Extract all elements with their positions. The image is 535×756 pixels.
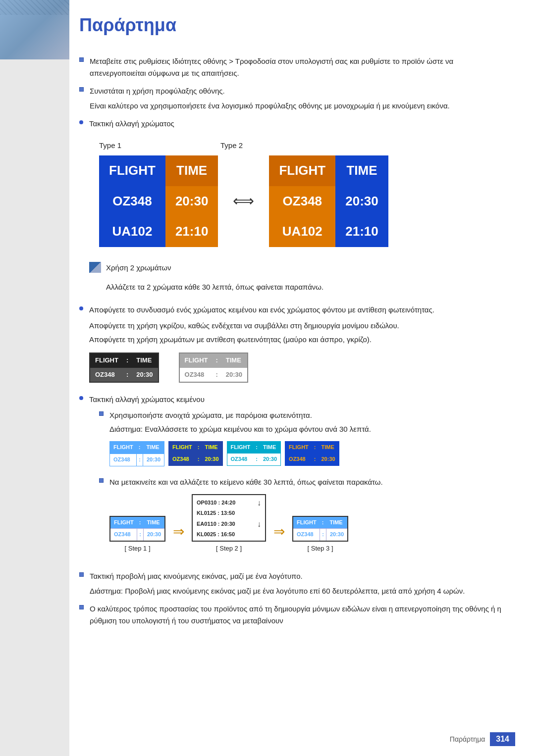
type-comparison-section: Type 1 Type 2 FLIGHT TIME OZ348 20:30 UA… [99, 140, 388, 247]
bullet-dot-5 [79, 396, 83, 400]
t2-time-header: TIME [335, 155, 388, 186]
bullet-text-1: Μεταβείτε στις ρυθμίσεις Ιδιότητες οθόνη… [90, 55, 505, 79]
t1-time-header: TIME [165, 155, 218, 186]
bullet-text-3: Τακτική αλλαγή χρώματος Type 1 Type 2 FL… [89, 118, 388, 298]
flight-board-type1: FLIGHT TIME OZ348 20:30 UA102 21:10 [99, 155, 218, 247]
t2-2110: 21:10 [335, 216, 388, 247]
step2-row3: EA0110 : 20:30 ↓ [197, 518, 261, 531]
down-arrow-3: ↓ [257, 518, 261, 531]
two-colors-icon [89, 262, 101, 273]
step-arrow-1: ⇒ [173, 521, 184, 543]
sidebar-accent [0, 0, 69, 59]
step2-board: OP0310 : 24:20 ↓ KL0125 : 13:50 EA0110 :… [192, 494, 266, 542]
variant-board-3: FLIGHT : TIME OZ348 : 20:30 [227, 441, 281, 465]
step2-row2: KL0125 : 13:50 [197, 509, 261, 518]
step2-row1: OP0310 : 24:20 ↓ [197, 497, 261, 509]
bullet-text-2: Συνιστάται η χρήση προφύλαξης οθόνης. Εί… [90, 85, 450, 112]
bullet-item-6: Τακτική προβολή μιας κινούμενης εικόνας,… [79, 570, 505, 597]
t2-oz348: OZ348 [269, 186, 335, 217]
bullet-item-5: Τακτική αλλαγή χρώματος κειμένου Χρησιμο… [79, 394, 505, 564]
step-1-block: FLIGHT : TIME OZ348 : 20:30 [ [109, 516, 165, 554]
t1-2030: 20:30 [165, 186, 218, 217]
step2-row4: KL0025 : 16:50 [197, 530, 261, 539]
variant-board-4: FLIGHT : TIME OZ348 : 20:30 [285, 441, 339, 465]
t2-ua102: UA102 [269, 216, 335, 247]
footer-label: Παράρτημα [450, 735, 485, 743]
step3-board: FLIGHT : TIME OZ348 : 20:30 [292, 516, 348, 542]
flight-board-light: FLIGHT : TIME OZ348 : 20:30 [179, 353, 249, 383]
two-colors-text: Χρήση 2 χρωμάτων [106, 262, 171, 274]
bullet-square-1 [79, 57, 84, 62]
bullet-dot-3 [79, 120, 83, 124]
footer: Παράρτημα 314 [450, 732, 515, 746]
step-2-block: OP0310 : 24:20 ↓ KL0125 : 13:50 EA0110 :… [192, 494, 266, 554]
sub-bullet-5b: Να μετακινείτε και να αλλάζετε το κείμεν… [99, 476, 383, 561]
bullet-item-3: Τακτική αλλαγή χρώματος Type 1 Type 2 FL… [79, 118, 505, 298]
small-boards-section: FLIGHT : TIME OZ348 : 20:30 FLIGHT : [89, 353, 434, 383]
t2-flight-header: FLIGHT [269, 155, 335, 186]
bullet-text-7: Ο καλύτερος τρόπος προστασίας του προϊόν… [90, 603, 505, 627]
bullet-text-6: Τακτική προβολή μιας κινούμενης εικόνας,… [90, 570, 465, 597]
t1-2110: 21:10 [165, 216, 218, 247]
bullet-dot-4 [79, 306, 83, 310]
t1-flight-header: FLIGHT [99, 155, 165, 186]
bullet-item-1: Μεταβείτε στις ρυθμίσεις Ιδιότητες οθόνη… [79, 55, 505, 79]
steps-section: FLIGHT : TIME OZ348 : 20:30 [ [109, 494, 383, 554]
two-colors-desc: Αλλάζετε τα 2 χρώματα κάθε 30 λεπτά, όπω… [106, 281, 388, 293]
flight-board-type2: FLIGHT TIME OZ348 20:30 UA102 21:10 [269, 155, 388, 247]
t1-oz348: OZ348 [99, 186, 165, 217]
step2-label: [ Step 2 ] [216, 544, 242, 554]
type-comparison: FLIGHT TIME OZ348 20:30 UA102 21:10 ⟺ FL… [99, 155, 388, 247]
bullet-item-4: Αποφύγετε το συνδυασμό ενός χρώματος κει… [79, 304, 505, 388]
step1-label: [ Step 1 ] [124, 544, 150, 554]
type-labels: Type 1 Type 2 [99, 140, 388, 151]
bullet-square-7 [79, 605, 84, 609]
variant-board-1: FLIGHT : TIME OZ348 : 20:30 [109, 441, 164, 466]
step3-label: [ Step 3 ] [308, 544, 333, 554]
left-sidebar [0, 0, 69, 756]
two-colors-note: Χρήση 2 χρωμάτων [89, 262, 388, 274]
bullet-item-2: Συνιστάται η χρήση προφύλαξης οθόνης. Εί… [79, 85, 505, 112]
variant-board-2: FLIGHT : TIME OZ348 : 20:30 [168, 441, 223, 465]
color-variants-section: FLIGHT : TIME OZ348 : 20:30 [109, 441, 371, 466]
bullet-square-6 [79, 572, 84, 577]
step1-board: FLIGHT : TIME OZ348 : 20:30 [109, 516, 165, 542]
type1-label: Type 1 [99, 140, 121, 151]
sub-bullet-5a: Χρησιμοποιήστε ανοιχτά χρώματα, με παρόμ… [99, 409, 383, 472]
type2-label: Type 2 [220, 140, 243, 151]
bullet-text-5: Τακτική αλλαγή χρώματος κειμένου Χρησιμο… [89, 394, 383, 564]
page-title: Παράρτημα [79, 15, 505, 36]
flight-board-dark: FLIGHT : TIME OZ348 : 20:30 [89, 353, 159, 383]
t1-ua102: UA102 [99, 216, 165, 247]
step-3-block: FLIGHT : TIME OZ348 : 20:30 [ [292, 516, 348, 554]
down-arrow-1: ↓ [257, 497, 261, 509]
sub-square-5b [99, 478, 104, 483]
bullet-text-4: Αποφύγετε το συνδυασμό ενός χρώματος κει… [89, 304, 434, 388]
bullet-item-7: Ο καλύτερος τρόπος προστασίας του προϊόν… [79, 603, 505, 627]
page-number: 314 [490, 732, 515, 746]
step-arrow-2: ⇒ [273, 521, 285, 543]
t2-2030: 20:30 [335, 186, 388, 217]
bullet-square-2 [79, 87, 84, 92]
sub-square-5a [99, 411, 104, 416]
bidirectional-arrow: ⟺ [233, 189, 254, 213]
